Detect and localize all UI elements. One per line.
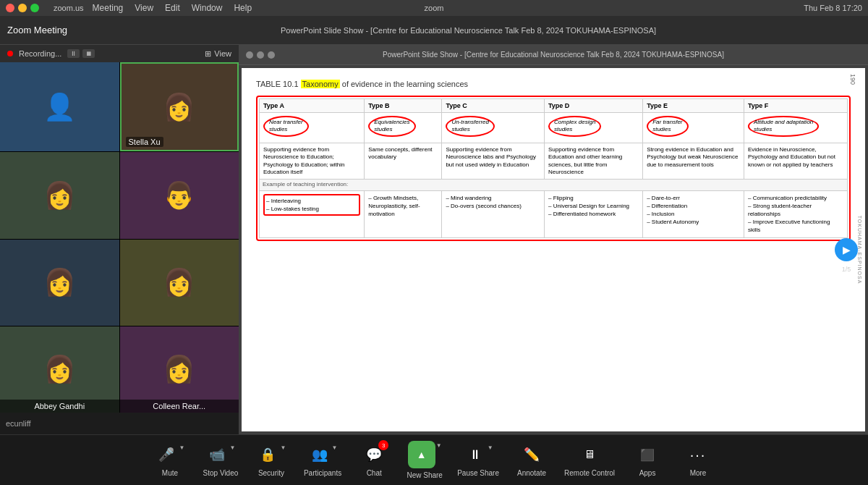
mac-title-bar: zoom.us Meeting View Edit Window Help zo… xyxy=(0,0,868,16)
example-d-2: Universal Design for Learning xyxy=(548,202,639,210)
example-c-2: Do-overs (second chances) xyxy=(446,202,540,210)
remote-control-icon: 🖥 xyxy=(578,443,601,466)
security-arrow[interactable]: ▼ xyxy=(280,444,286,451)
mute-button[interactable]: 🎤 ▼ Mute xyxy=(152,443,188,477)
pause-share-arrow[interactable]: ▼ xyxy=(488,444,493,451)
dot-1 xyxy=(246,51,253,59)
recording-bar: Recording... ⏸ ⏹ ⊞ View xyxy=(0,45,239,62)
stop-video-button[interactable]: 📹 ▼ Stop Video xyxy=(203,443,239,477)
col-header-f: Type F xyxy=(744,99,847,113)
examples-c-list: Mind wandering Do-overs (second chances) xyxy=(446,194,540,210)
chat-button[interactable]: 💬 3 Chat xyxy=(356,443,392,477)
examples-list-row: Interleaving Low-stakes testing Growth M… xyxy=(260,190,848,237)
title-bar-right: Thu Feb 8 17:20 xyxy=(804,4,862,12)
examples-d: Flipping Universal Design for Learning D… xyxy=(544,190,642,237)
col-header-c: Type C xyxy=(442,99,545,113)
sidebar: Recording... ⏸ ⏹ ⊞ View 👤 👩 Stella xyxy=(0,45,239,434)
examples-e-list: Dare-to-err Differentiation Inclusion St… xyxy=(647,194,740,227)
mute-label: Mute xyxy=(162,469,178,477)
participant-video-5: 👩 xyxy=(0,240,119,326)
remote-control-button[interactable]: 🖥 Remote Control xyxy=(564,443,615,477)
recording-controls[interactable]: ⏸ ⏹ xyxy=(67,49,95,58)
example-f-2: Strong student-teacher relationships xyxy=(748,202,843,218)
example-a-1: Interleaving xyxy=(266,197,357,205)
view-button[interactable]: ⊞ View xyxy=(205,49,231,59)
examples-d-list: Flipping Universal Design for Learning D… xyxy=(548,194,639,219)
close-button[interactable] xyxy=(6,4,14,12)
participants-arrow[interactable]: ▼ xyxy=(332,444,338,451)
table-suffix: of evidence in the learning sciences xyxy=(342,80,468,88)
minimize-button[interactable] xyxy=(18,4,27,12)
example-b-1: Growth Mindsets, Neuroplasticity, self-m… xyxy=(368,194,438,219)
slide-area: PowerPoint Slide Show - [Centre for Educ… xyxy=(239,45,868,434)
security-button[interactable]: 🔒 ▼ Security xyxy=(253,443,289,477)
type-e-circled: Far transferstudies xyxy=(647,116,688,137)
bottom-toolbar: 🎤 ▼ Mute 📹 ▼ Stop Video 🔒 ▼ Security 👥 ▼… xyxy=(0,434,868,485)
pause-share-button[interactable]: ⏸ ▼ Pause Share xyxy=(457,443,499,477)
example-f-1: Communication predictability xyxy=(748,194,843,202)
examples-b: Growth Mindsets, Neuroplasticity, self-m… xyxy=(365,190,442,237)
slide-container: TABLE 10.1 Taxonomy of evidence in the l… xyxy=(242,68,865,431)
annotate-label: Annotate xyxy=(517,469,546,477)
video-cell-4: 👨 xyxy=(120,152,239,238)
example-e-3: Inclusion xyxy=(647,210,740,218)
pause-recording-button[interactable]: ⏸ xyxy=(67,49,80,58)
more-button[interactable]: ··· More xyxy=(680,443,716,477)
menu-view[interactable]: View xyxy=(135,3,153,13)
apps-button[interactable]: ⬛ Apps xyxy=(629,443,665,477)
new-share-arrow[interactable]: ▼ xyxy=(436,442,442,449)
red-outline-table: Type A Type B Type C Type D Type E Type … xyxy=(256,96,851,241)
examples-a-box: Interleaving Low-stakes testing xyxy=(263,194,360,216)
recording-indicator xyxy=(7,51,13,56)
type-b-circled: Equivalenciesstudies xyxy=(368,116,415,137)
examples-f-list: Communication predictability Strong stud… xyxy=(748,194,843,235)
maximize-button[interactable] xyxy=(30,4,39,12)
stop-video-icon: 📹 xyxy=(205,443,229,466)
participant-video-4: 👨 xyxy=(120,152,239,238)
title-bar-center: zoom xyxy=(425,4,444,12)
menu-meeting[interactable]: Meeting xyxy=(93,3,124,13)
slide-window-title: PowerPoint Slide Show - [Centre for Educ… xyxy=(383,51,724,59)
next-slide-button[interactable]: ▶ xyxy=(835,238,858,261)
security-icon: 🔒 xyxy=(256,443,279,466)
slide-side-text: TOKUHAMA-ESPINOSA xyxy=(857,216,862,284)
menu-window[interactable]: Window xyxy=(192,3,223,13)
title-bar-left: zoom.us Meeting View Edit Window Help xyxy=(6,3,252,13)
menu-edit[interactable]: Edit xyxy=(165,3,180,13)
table-highlight: Taxonomy xyxy=(301,80,340,88)
recording-label: Recording... xyxy=(19,49,61,58)
stop-recording-button[interactable]: ⏹ xyxy=(82,49,95,58)
desc-f: Evidence in Neuroscience, Psychology and… xyxy=(744,143,847,180)
stop-video-arrow[interactable]: ▼ xyxy=(229,444,235,451)
participants-button[interactable]: 👥 ▼ Participants xyxy=(304,443,341,477)
type-names-row: Near transferstudies Equivalenciesstudie… xyxy=(260,113,848,143)
menu-bar: Meeting View Edit Window Help xyxy=(93,3,252,13)
example-header-a: Example of teaching intervention: xyxy=(260,180,848,190)
apps-icon: ⬛ xyxy=(636,443,659,466)
mute-icon: 🎤 xyxy=(155,443,178,466)
menu-help[interactable]: Help xyxy=(234,3,252,13)
desc-e: Strong evidence in Education and Psychol… xyxy=(643,143,744,180)
dot-3 xyxy=(268,51,275,59)
window-dots xyxy=(246,51,275,59)
examples-a: Interleaving Low-stakes testing xyxy=(260,190,365,237)
video-cell-3: 👩 xyxy=(0,152,119,238)
security-label: Security xyxy=(258,469,284,477)
video-cell-6: 👩 xyxy=(120,240,239,326)
zoom-toolbar: Zoom Meeting PowerPoint Slide Show - [Ce… xyxy=(0,16,868,45)
participant-video-3: 👩 xyxy=(0,152,119,238)
mute-arrow[interactable]: ▼ xyxy=(179,444,184,451)
type-a-name: Near transferstudies xyxy=(260,113,365,143)
taxonomy-table: Type A Type B Type C Type D Type E Type … xyxy=(259,98,848,238)
video-grid: 👤 👩 Stella Xu 👩 👨 xyxy=(0,62,239,413)
chat-label: Chat xyxy=(367,469,382,477)
participant-video-1: 👤 xyxy=(0,62,119,151)
examples-row: Example of teaching intervention: xyxy=(260,180,848,190)
participant-name-stella: Stella Xu xyxy=(126,137,163,147)
new-share-button[interactable]: ▲ ▼ New Share xyxy=(407,441,443,479)
annotate-button[interactable]: ✏️ Annotate xyxy=(514,443,550,477)
participants-icon: 👥 xyxy=(308,443,331,466)
examples-c: Mind wandering Do-overs (second chances) xyxy=(442,190,545,237)
example-d-3: Differentiated homework xyxy=(548,210,639,218)
type-c-name: Un-transferredstudies xyxy=(442,113,545,143)
